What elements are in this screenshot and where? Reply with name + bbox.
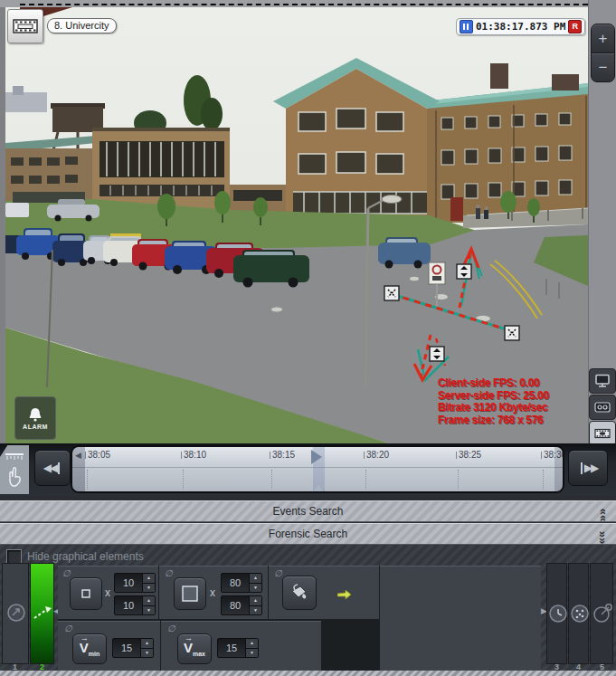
visibility-toggle-icon[interactable]: ∅	[274, 568, 282, 578]
timeline-mode-tab[interactable]	[0, 445, 29, 494]
spin-up-button[interactable]: ▲	[246, 639, 258, 649]
timestamp-text: 01:38:17.873 PM	[476, 21, 565, 33]
app-window: 8. Univercity 01:38:17.873 PM R Client-s…	[0, 0, 616, 676]
timeline-gridline	[87, 470, 88, 490]
forward-bar	[581, 462, 583, 474]
timeline-gridline	[183, 470, 184, 490]
zoom-in-button[interactable]: +	[591, 24, 615, 53]
timeline-tick: 38:25	[456, 450, 481, 460]
min-height-spinner[interactable]: 10 ▲▼	[114, 595, 156, 615]
expand-down-icon: »»	[592, 531, 612, 544]
vmin-button[interactable]: →Vmin	[72, 633, 107, 664]
vmin-spinner[interactable]: 15 ▲▼	[112, 638, 154, 658]
playback-view-button[interactable]	[589, 421, 616, 446]
timeline-gridline	[543, 470, 544, 490]
zoom-out-button[interactable]: −	[591, 52, 615, 82]
export-arrow-icon	[592, 602, 614, 624]
camera-name-label: 8. Univercity	[47, 18, 117, 33]
camera-video-view[interactable]: 8. Univercity 01:38:17.873 PM R Client-s…	[5, 7, 588, 443]
timeline-tick: 38:10	[181, 450, 206, 460]
monitor-view-button[interactable]	[589, 368, 616, 394]
visibility-toggle-icon[interactable]: ∅	[167, 624, 175, 633]
timeline-panel: ◀◀ 38:05 38:10 38:15 38:20 38:25 38:30 ◀…	[0, 443, 616, 496]
zoom-in-label: +	[599, 30, 608, 48]
vmin-group: ∅ →Vmin 15 ▲▼	[58, 621, 160, 671]
small-square-icon	[81, 588, 91, 599]
stream-stats-overlay: Client-side FPS: 0.00 Server-side FPS: 2…	[438, 377, 587, 426]
timeline-gridline	[458, 470, 459, 490]
stats-line: Server-side FPS: 25.00	[438, 390, 587, 403]
spinner-value: 15	[113, 639, 140, 657]
paint-bucket-icon	[289, 583, 309, 603]
bottom-resize-strip[interactable]	[0, 671, 616, 676]
visibility-toggle-icon[interactable]: ∅	[64, 624, 72, 633]
vmax-group: ∅ →Vmax 15 ▲▼	[161, 621, 321, 671]
lane-3-column[interactable]	[546, 563, 567, 664]
spin-up-button[interactable]: ▲	[141, 639, 153, 649]
spin-up-button[interactable]: ▲	[143, 596, 155, 606]
forensic-search-bar[interactable]: Forensic Search »»	[0, 523, 616, 545]
collapse-up-icon: »»	[592, 509, 612, 521]
hand-cursor-icon	[6, 465, 24, 489]
film-playback-icon	[594, 426, 611, 441]
spin-up-button[interactable]: ▲	[143, 574, 155, 584]
max-size-group: ∅ x 80 ▲▼ 80 ▲▼	[159, 566, 268, 619]
visibility-toggle-icon[interactable]: ∅	[165, 568, 173, 578]
selection-dashed-border	[20, 4, 588, 5]
stats-line: Frame size: 768 x 576	[438, 414, 587, 427]
resize-handle[interactable]	[457, 264, 471, 279]
playhead-marker[interactable]	[311, 450, 322, 464]
zoom-out-label: −	[599, 59, 608, 77]
color-fill-button[interactable]	[282, 576, 317, 610]
spin-up-button[interactable]: ▲	[250, 596, 261, 606]
max-height-spinner[interactable]: 80 ▲▼	[221, 595, 262, 615]
step-forward-button[interactable]: ▶▶	[568, 450, 608, 486]
move-handle[interactable]	[384, 286, 399, 300]
range-start-marker: ◀	[75, 451, 81, 460]
vmax-spinner[interactable]: 15 ▲▼	[217, 638, 259, 658]
rewind-bar	[58, 462, 60, 474]
alarm-button[interactable]: ALARM	[14, 396, 56, 440]
timestamp-display[interactable]: 01:38:17.873 PM R	[456, 18, 585, 35]
film-cassette-icon	[594, 400, 611, 414]
timeline-right-shade	[554, 447, 563, 491]
stats-line: Client-side FPS: 0.00	[438, 377, 587, 390]
move-handle[interactable]	[505, 326, 519, 340]
spin-down-button[interactable]: ▼	[143, 606, 155, 615]
vmax-glyph: →Vmax	[184, 641, 205, 657]
archive-view-button[interactable]	[589, 395, 616, 420]
step-backward-button[interactable]: ◀◀	[34, 450, 71, 486]
visibility-toggle-icon[interactable]: ∅	[62, 568, 71, 578]
spin-down-button[interactable]: ▼	[250, 606, 261, 615]
timeline-tick: 38:20	[364, 450, 389, 460]
vmax-button[interactable]: →Vmax	[177, 633, 212, 664]
min-width-spinner[interactable]: 10 ▲▼	[114, 573, 156, 593]
color-fill-group: ∅	[269, 566, 379, 619]
spin-down-button[interactable]: ▼	[141, 649, 153, 658]
events-search-bar[interactable]: Events Search »»	[0, 500, 616, 522]
spin-up-button[interactable]: ▲	[250, 574, 261, 584]
lane-2-column-active[interactable]	[30, 563, 54, 664]
rewind-glyph: ◀◀	[43, 462, 56, 474]
timeline-track[interactable]: 38:05 38:10 38:15 38:20 38:25 38:30 ◀	[71, 445, 564, 493]
min-size-button[interactable]	[70, 577, 102, 610]
spinner-value: 15	[218, 639, 245, 657]
lane-5-column[interactable]	[590, 563, 613, 664]
camera-type-button[interactable]	[7, 9, 43, 43]
multiply-label: x	[105, 586, 110, 599]
stats-line: Bitrate 3120 Kbyte/sec	[438, 402, 587, 414]
color-sample-arrow[interactable]	[337, 590, 352, 600]
max-size-button[interactable]	[174, 577, 206, 610]
spin-down-button[interactable]: ▼	[250, 584, 261, 593]
spin-down-button[interactable]: ▼	[143, 584, 155, 593]
motion-vector-icon	[32, 605, 53, 622]
lane-4-column[interactable]	[568, 563, 589, 664]
spinner-value: 80	[222, 574, 249, 592]
max-width-spinner[interactable]: 80 ▲▼	[221, 573, 262, 593]
spin-down-button[interactable]: ▼	[246, 649, 258, 658]
resize-handle[interactable]	[430, 347, 444, 361]
forensic-search-panel: Hide graphical elements 1 2 ◀ ∅ x	[0, 545, 616, 676]
timeline-tick: 38:05	[85, 450, 110, 460]
timeline-gridline	[271, 470, 272, 490]
lane-1-column[interactable]	[2, 563, 29, 664]
